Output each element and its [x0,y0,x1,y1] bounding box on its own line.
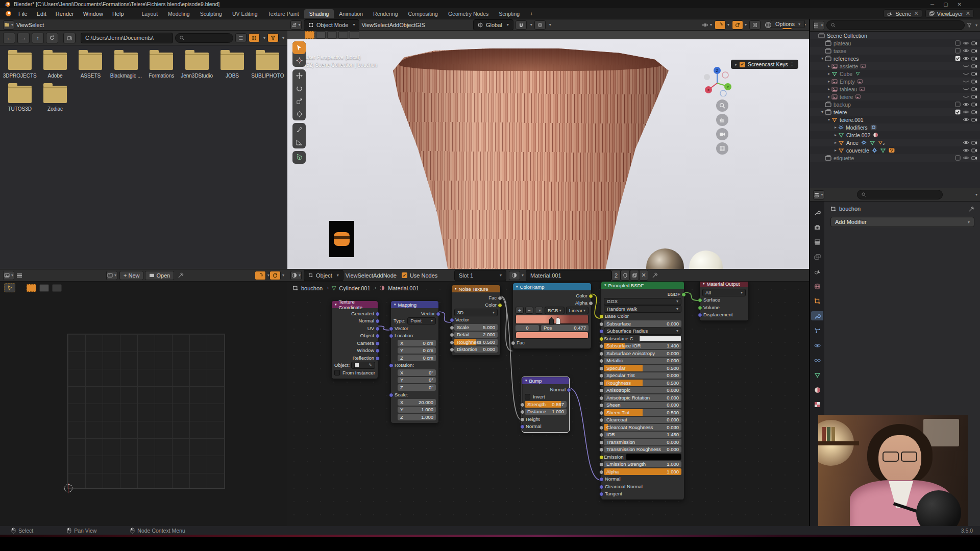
properties-tab-object-data[interactable] [811,370,823,380]
folder-item[interactable]: TUTOS3D [2,86,37,112]
open-image-button[interactable]: Open [145,271,174,280]
output-socket[interactable] [681,292,686,297]
viewport-canvas[interactable]: User Perspective (Local) (52) Scene Coll… [287,39,809,269]
value-slider[interactable]: Anisotropic Rotation0.000 [604,394,681,401]
properties-tab-material[interactable] [811,385,823,394]
value-slider[interactable]: Anisotropic0.000 [604,387,681,394]
input-socket[interactable] [511,341,516,345]
outliner-row-scene-collection[interactable]: Scene Collection [810,32,980,39]
properties-tab-tool[interactable] [811,208,823,217]
hide-eye-icon[interactable] [963,156,969,160]
orientation-selector[interactable]: Global▾ [473,19,513,31]
select-circle-icon[interactable] [327,31,337,39]
minimize-button[interactable]: ─ [930,2,934,7]
editor-type-file-browser-icon[interactable]: ▾ [3,20,14,30]
new-material-copy-icon[interactable] [630,270,639,281]
workspace-tab-sculpting[interactable]: Sculpting [195,9,227,18]
input-socket[interactable] [389,334,394,338]
perspective-toggle-icon[interactable] [716,142,728,155]
ramp-handle-0[interactable] [549,317,554,324]
input-socket[interactable] [520,410,525,414]
node-collapse-icon[interactable]: ▾ [335,303,337,307]
ramp-pos-field[interactable]: Pos0.477 [541,325,589,332]
input-socket[interactable] [389,393,394,397]
value-slider[interactable]: Sheen Tint0.500 [604,409,681,416]
node-header-texcoord[interactable]: ▾Texture Coordinate [332,301,378,308]
number-field[interactable]: Z0° [398,384,436,391]
render-camera-icon[interactable] [971,48,977,53]
dropdown[interactable]: Point▾ [407,317,436,325]
exclude-checkbox-icon[interactable] [955,56,961,61]
node-header-mapping[interactable]: ▾Mapping [391,301,438,308]
hide-eye-icon[interactable] [963,56,969,61]
back-icon[interactable]: ← [3,33,15,43]
fake-user-shield-icon[interactable] [621,270,630,281]
node-collapse-icon[interactable]: ▾ [394,303,396,307]
input-socket[interactable] [599,366,604,371]
blender-menu-icon[interactable] [4,10,12,17]
select-extend-icon[interactable] [350,31,359,39]
gizmo-toggle-icon[interactable] [255,271,266,280]
node-header-noise[interactable]: ▾Noise Texture [452,285,500,292]
render-camera-icon[interactable] [971,71,977,76]
new-image-button[interactable]: + New [119,271,143,280]
value-slider[interactable]: Clearcoat0.000 [604,417,681,423]
outliner-row-ance[interactable]: ▸Ance2 [810,139,980,146]
hide-eye-icon[interactable] [963,48,969,53]
main-menu-edit[interactable]: Edit [32,10,51,18]
move-tool-icon[interactable] [292,69,306,82]
outliner-expand-icon[interactable]: ▸ [833,133,838,137]
outliner-row-cube[interactable]: ▸Cube [810,70,980,78]
output-socket[interactable] [375,312,380,316]
node-header-principled[interactable]: ▾Principled BSDF [601,282,684,289]
new-folder-icon[interactable] [63,33,76,43]
screencast-expand-icon[interactable]: ▸ [735,62,737,67]
node-header-colorramp[interactable]: ▾ColorRamp [513,283,591,290]
select-tweak-icon[interactable] [305,31,314,39]
input-socket[interactable] [599,462,604,467]
ramp-interp-dropdown[interactable]: Linear▾ [566,307,589,314]
node-texcoord[interactable]: ▾Texture CoordinateGeneratedNormalUVObje… [331,300,378,379]
select-mode-tweak-icon[interactable] [27,284,36,292]
outliner-row-teiere[interactable]: ▸teiere [810,93,980,101]
value-slider[interactable]: Roughness0.500 [604,380,681,386]
xray-toggle-icon[interactable] [749,20,761,30]
value-slider[interactable]: Specular Tint0.000 [604,372,681,379]
properties-pin-icon[interactable] [969,206,974,212]
viewlayer-unlink-icon[interactable]: ✕ [966,10,970,17]
material-name-field[interactable]: Material.001 [526,270,611,281]
refresh-icon[interactable] [46,33,58,43]
value-slider[interactable]: Distortion0.000 [454,346,498,353]
input-socket[interactable] [599,373,604,378]
path-field[interactable]: C:\Users\Jenni\Documents\ [81,33,173,43]
color-swatch[interactable] [639,335,681,342]
hide-eye-closed-icon[interactable] [963,79,969,84]
exclude-checkbox-empty-icon[interactable] [955,102,961,107]
outliner-expand-icon[interactable]: ▸ [833,148,838,153]
value-slider[interactable]: Strength0.867 [525,401,567,408]
input-socket[interactable] [450,318,454,322]
outliner-expand-icon[interactable]: ▸ [833,125,838,130]
input-socket[interactable] [599,433,604,437]
node-editor-menu-view[interactable]: View [346,272,358,279]
outliner-row-plateau[interactable]: plateau [810,39,980,47]
workspace-tab-layout[interactable]: Layout [137,9,163,18]
dropdown[interactable]: GGX▾ [604,298,681,306]
browse-image-icon[interactable]: ▾ [106,271,117,280]
visibility-icon[interactable] [702,22,708,28]
value-slider[interactable]: Clearcoat Roughness0.030 [604,424,681,431]
input-socket[interactable] [520,417,525,422]
properties-tab-object[interactable] [811,296,823,306]
workspace-tab-scripting[interactable]: Scripting [494,9,525,18]
output-socket[interactable] [589,301,593,306]
render-camera-icon[interactable] [971,41,977,45]
ramp-plus-button[interactable]: + [516,307,524,314]
select-mode-box-icon[interactable] [39,284,49,292]
scale-tool-icon[interactable] [292,95,306,108]
node-matout[interactable]: ▾Material OutputAll▾SurfaceVolumeDisplac… [699,280,749,321]
navigation-gizmo[interactable]: Z Y X [702,66,732,96]
node-header-bump[interactable]: ▾Bump [522,377,569,384]
folder-item[interactable]: Adobe [37,53,72,79]
input-socket[interactable] [698,313,702,317]
add-cube-tool-icon[interactable] [292,151,306,164]
